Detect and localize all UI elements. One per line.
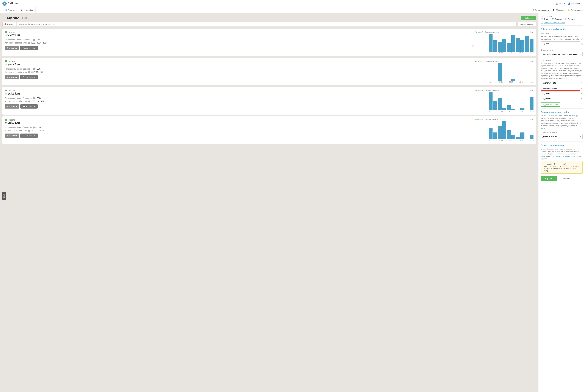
- nav-item-settings[interactable]: ⚙ Настройки: [19, 7, 36, 13]
- stats-button[interactable]: Статистика: [5, 104, 19, 108]
- stats-button[interactable]: Статистика: [5, 134, 19, 138]
- chart-bar: [511, 78, 515, 81]
- stats-button[interactable]: Статистика: [5, 46, 19, 50]
- script-desc: Скопируйте код скрипта и установите на в…: [541, 148, 582, 148]
- tariff-standard-radio[interactable]: [552, 18, 554, 20]
- site-name-input[interactable]: [541, 42, 580, 46]
- script-title: Скрипт отслеживания: [541, 144, 582, 146]
- feedback-label: Обратная связь: [535, 9, 549, 11]
- nav-item-reports[interactable]: 📊 Отчеты: [3, 7, 17, 13]
- chart-x-label: 30.10: [530, 81, 533, 83]
- page-title: My site: [7, 16, 19, 20]
- download-button[interactable]: 📥 Скачать: [3, 22, 16, 26]
- chart-x-label: 29.10: [519, 110, 523, 112]
- logo[interactable]: ✦ Calltouch: [3, 2, 20, 6]
- logo-text: Calltouch: [8, 2, 20, 5]
- nav-dots-2[interactable]: ···: [36, 9, 38, 12]
- sort-button[interactable]: ≡ Отсортировать: [518, 22, 536, 26]
- chart-x-labels: 26.1027.1028.1029.1030.10: [489, 110, 533, 112]
- main-content: ← My site ID 123 + Добавить 📥 Скачать ≡ …: [0, 13, 538, 148]
- chart-bar: [498, 98, 501, 110]
- chart-container: 26.1027.1028.1029.1030.10: [485, 34, 533, 54]
- search-input[interactable]: [17, 22, 516, 26]
- info-icon[interactable]: ?: [33, 126, 35, 128]
- site-name-row: 28: [541, 42, 582, 47]
- chart-x-labels: 26.1027.1028.1029.1030.10: [489, 52, 533, 54]
- reports-icon: 📊: [5, 9, 7, 11]
- chart-x-label: 28.10: [509, 81, 513, 83]
- user-menu[interactable]: 👤 aflimonov →: [568, 2, 582, 5]
- chart-bars: [489, 121, 533, 140]
- feedback-btn[interactable]: 💬 Обратная связь: [531, 9, 549, 11]
- card-actions: Статистика Редактировать: [5, 134, 483, 138]
- card-id: ID 12345: [8, 32, 15, 33]
- training-btn[interactable]: 🎓 Обучение: [552, 9, 564, 11]
- sessions-value: 800 / 469 / 469: [31, 71, 43, 73]
- domain-remove-button[interactable]: ✕: [581, 97, 582, 100]
- card-error-stat: Погрешность: звонки без сессии ? 3.36%: [5, 39, 483, 41]
- domain-input[interactable]: [541, 86, 580, 90]
- stats-button[interactable]: Статистика: [5, 75, 19, 79]
- chart-x-labels: 26.1027.1028.1029.1030.10: [489, 81, 533, 83]
- domain-input[interactable]: [541, 81, 580, 85]
- domain-remove-button[interactable]: ✕: [581, 82, 582, 84]
- card-error-stat: Погрешность: звонки без сессии ? 0.00%: [5, 68, 483, 70]
- tariff-premium-radio[interactable]: [565, 18, 567, 20]
- card-header: ID 12348 Активный: [5, 119, 483, 121]
- back-button[interactable]: ←: [3, 16, 5, 20]
- info-icon-2[interactable]: ?: [28, 130, 30, 132]
- general-settings-title: Общие настройки сайта: [541, 28, 582, 30]
- card-left: ID 12346 Активный mysite2.ru Погрешность…: [5, 60, 483, 79]
- balance-display[interactable]: 🛒 0.00 ₽: [556, 2, 565, 5]
- tariff-start-radio[interactable]: [541, 18, 543, 20]
- domain-remove-button[interactable]: ✕: [581, 87, 582, 90]
- card-name: mysite1.ru: [5, 34, 483, 37]
- add-domain-button[interactable]: + Добавить домен: [541, 102, 560, 106]
- edit-button[interactable]: Редактировать: [20, 75, 38, 79]
- nav-bar: 📊 Отчеты ··· ⚙ Настройки ··· 💬 Обратная …: [0, 7, 585, 13]
- edit-button[interactable]: Редактировать: [20, 134, 38, 138]
- chart-title: Уникальные лиды ▾: [485, 60, 500, 62]
- sessions-value: 1 600 / 282 / 282: [31, 100, 44, 102]
- card-left: ID 12348 Активный mysite4.ru Погрешность…: [5, 119, 483, 138]
- domain-row: ✕: [541, 97, 582, 101]
- card-id: ID 12348: [8, 119, 15, 121]
- username: aflimonov: [571, 2, 580, 5]
- card-sessions-stat: Количество сессий в сутки ? 1 200 / 222 …: [5, 130, 483, 132]
- chart-bar: [511, 109, 515, 110]
- edit-button[interactable]: Редактировать: [20, 104, 38, 108]
- tariff-link[interactable]: Подробнее о тарифных планах: [541, 22, 565, 24]
- sphere-select[interactable]: Другие услуги B2C: [541, 134, 582, 139]
- domain-remove-button[interactable]: ✕: [581, 92, 582, 95]
- site-name-desc: Рекомендуем использовать домен вашего са…: [541, 35, 582, 40]
- tariff-premium[interactable]: Премиум: [565, 18, 575, 20]
- edit-button[interactable]: Редактировать: [20, 46, 38, 50]
- info-icon[interactable]: ?: [33, 68, 35, 70]
- chart-bar: [516, 38, 520, 52]
- chart-bar: [529, 97, 533, 110]
- domain-input[interactable]: [541, 97, 580, 101]
- card-error-stat: Погрешность: звонки без сессии ? 0.00%: [5, 126, 483, 128]
- chart-x-label: 27.10: [499, 110, 503, 112]
- info-icon[interactable]: ?: [33, 97, 35, 99]
- chart-x-labels: 26.1027.1028.1029.1030.10: [489, 140, 533, 141]
- notifications-btn[interactable]: 🔔 Оповещения: [567, 9, 582, 11]
- info-icon-2[interactable]: ?: [28, 100, 30, 102]
- chart-bar: [493, 100, 497, 110]
- add-button[interactable]: + Добавить: [521, 16, 536, 20]
- info-icon-2[interactable]: ?: [28, 71, 30, 73]
- nav-right: 💬 Обратная связь 🎓 Обучение 🔔 Оповещения: [531, 9, 582, 11]
- info-icon[interactable]: ?: [33, 39, 35, 41]
- bell-icon: 🔔: [567, 9, 570, 11]
- nav-dots-1[interactable]: ···: [17, 9, 19, 12]
- tariff-start[interactable]: Старт+: [541, 18, 549, 20]
- info-icon-2[interactable]: ?: [28, 42, 30, 44]
- chart-x-label: 30.10: [530, 110, 533, 112]
- tariff-standard[interactable]: Стандарт: [552, 18, 563, 20]
- chart-bar: [489, 34, 492, 52]
- domain-input[interactable]: [541, 92, 580, 96]
- card-header: ID 12345 Активный: [5, 31, 483, 34]
- settings-icon: ⚙: [21, 9, 23, 11]
- payment-select[interactable]: Безналичный расчет (юридическое лицо): [541, 52, 582, 56]
- page-title-bar: ← My site ID 123 + Добавить: [3, 16, 536, 20]
